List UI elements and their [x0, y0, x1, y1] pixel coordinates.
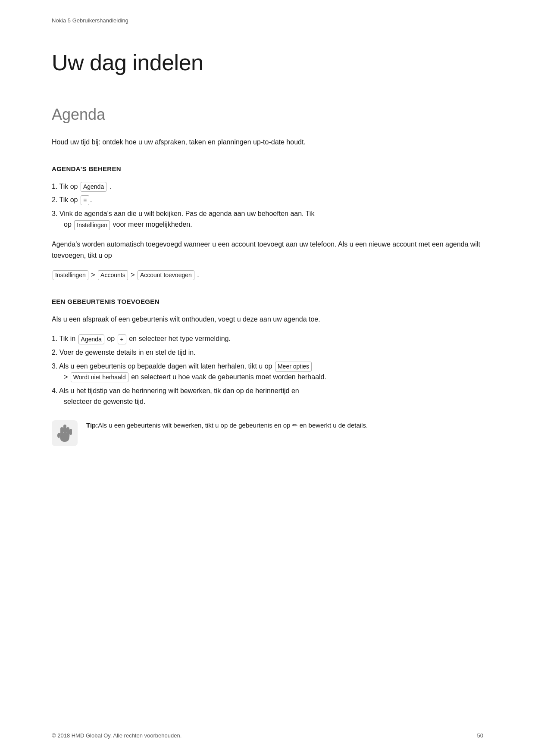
subsection-title-toevoegen: EEN GEBEURTENIS TOEVOEGEN [52, 298, 483, 305]
tag-menu-icon: ≡ [81, 195, 89, 205]
step-2: 2. Tik op ≡. [52, 194, 483, 206]
tag-agenda-1: Agenda [81, 182, 106, 192]
step-t2: 2. Voer de gewenste details in en stel d… [52, 347, 483, 358]
tag-niet-herhaald: Wordt niet herhaald [71, 372, 128, 382]
toevoegen-steps-list: 1. Tik in Agenda op + en selecteer het t… [52, 333, 483, 407]
tag-agenda-2: Agenda [78, 334, 104, 344]
footer-page-number: 50 [477, 732, 483, 739]
step-1: 1. Tik op Agenda . [52, 181, 483, 192]
chapter-title: Uw dag indelen [52, 50, 483, 75]
path-sep-2: > [131, 271, 137, 278]
step-t3: 3. Als u een gebeurtenis op bepaalde dag… [52, 361, 483, 383]
path-sep-1: > [91, 271, 97, 278]
step-t4: 4. Als u het tijdstip van de herinnering… [52, 385, 483, 407]
tip-text: Als u een gebeurtenis wilt bewerken, tik… [98, 422, 368, 429]
subsection-toevoegen: EEN GEBEURTENIS TOEVOEGEN Als u een afsp… [52, 298, 483, 446]
beheren-path: Instellingen > Accounts > Account toevoe… [52, 269, 483, 281]
tip-content: Tip:Als u een gebeurtenis wilt bewerken,… [86, 420, 368, 431]
tag-instellingen-2: Instellingen [53, 270, 88, 280]
toevoegen-intro: Als u een afspraak of een gebeurtenis wi… [52, 314, 483, 325]
tip-bold: Tip: [86, 422, 98, 429]
beheren-body: Agenda's worden automatisch toegevoegd w… [52, 239, 483, 261]
tip-icon [52, 420, 78, 446]
svg-rect-4 [69, 429, 72, 435]
step-t1: 1. Tik in Agenda op + en selecteer het t… [52, 333, 483, 344]
tag-meer-opties: Meer opties [275, 362, 312, 372]
tag-instellingen-1: Instellingen [74, 220, 110, 230]
page-header: Nokia 5 Gebruikershandleiding [52, 17, 483, 24]
subsection-beheren: AGENDA'S BEHEREN 1. Tik op Agenda . 2. T… [52, 165, 483, 281]
section-agenda: Agenda Houd uw tijd bij: ontdek hoe u uw… [52, 106, 483, 446]
page-container: Nokia 5 Gebruikershandleiding Uw dag ind… [0, 0, 535, 756]
section-intro-agenda: Houd uw tijd bij: ontdek hoe u uw afspra… [52, 137, 483, 148]
page-footer: © 2018 HMD Global Oy. Alle rechten voorb… [52, 732, 483, 739]
tip-box: Tip:Als u een gebeurtenis wilt bewerken,… [52, 420, 483, 446]
tag-account-toevoegen: Account toevoegen [138, 270, 194, 280]
path-dot: . [197, 271, 199, 278]
svg-rect-1 [63, 425, 66, 433]
tag-accounts: Accounts [98, 270, 128, 280]
subsection-title-beheren: AGENDA'S BEHEREN [52, 165, 483, 172]
pencil-icon: ✏ [292, 422, 298, 429]
beheren-steps-list: 1. Tik op Agenda . 2. Tik op ≡. 3. Vink … [52, 181, 483, 230]
step-3: 3. Vink de agenda's aan die u wilt bekij… [52, 208, 483, 230]
section-title-agenda: Agenda [52, 106, 483, 124]
footer-copyright: © 2018 HMD Global Oy. Alle rechten voorb… [52, 732, 181, 739]
tag-plus: + [118, 334, 126, 344]
